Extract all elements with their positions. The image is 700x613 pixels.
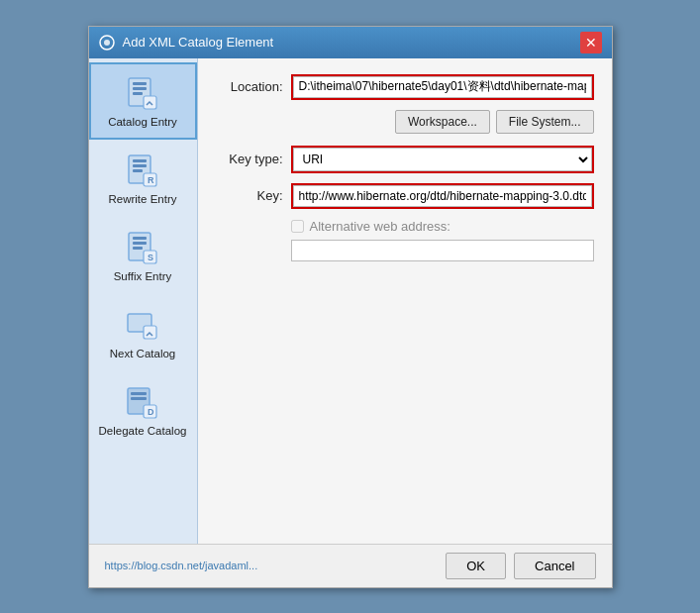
location-input-wrapper	[291, 74, 594, 100]
svg-text:S: S	[148, 253, 153, 262]
sidebar-item-rewrite-entry[interactable]: R Rewrite Entry	[89, 140, 197, 217]
suffix-entry-icon: S	[124, 229, 161, 266]
sidebar-item-rewrite-entry-label: Rewrite Entry	[108, 193, 176, 205]
key-label: Key:	[216, 188, 283, 203]
dialog-window: Add XML Catalog Element ✕ Catalog Entry	[88, 26, 613, 588]
catalog-entry-icon	[124, 74, 161, 112]
svg-text:R: R	[148, 175, 154, 185]
svg-rect-10	[133, 169, 143, 172]
alt-input[interactable]	[291, 240, 594, 261]
key-row: Key:	[216, 183, 594, 209]
title-bar: Add XML Catalog Element ✕	[89, 27, 612, 58]
svg-rect-22	[131, 392, 147, 395]
next-catalog-icon	[124, 306, 161, 344]
svg-rect-15	[133, 242, 147, 245]
sidebar-item-next-catalog[interactable]: Next Catalog	[89, 294, 197, 371]
keytype-row: Key type: URI Public ID System ID	[216, 146, 594, 173]
ok-button[interactable]: OK	[446, 553, 506, 579]
title-bar-left: Add XML Catalog Element	[99, 35, 274, 51]
sidebar-item-catalog-entry-label: Catalog Entry	[108, 116, 177, 128]
svg-rect-16	[133, 247, 143, 250]
alt-checkbox-row: Alternative web address:	[291, 219, 594, 234]
sidebar-item-next-catalog-label: Next Catalog	[110, 348, 175, 359]
rewrite-entry-icon: R	[124, 152, 161, 189]
close-button[interactable]: ✕	[580, 32, 602, 53]
sidebar-item-delegate-catalog[interactable]: D Delegate Catalog	[89, 371, 197, 449]
dialog-title: Add XML Catalog Element	[123, 35, 274, 50]
cancel-button[interactable]: Cancel	[514, 553, 595, 579]
keytype-label: Key type:	[216, 152, 283, 166]
sidebar-item-delegate-catalog-label: Delegate Catalog	[99, 425, 187, 437]
alt-checkbox[interactable]	[291, 220, 304, 233]
location-label: Location:	[216, 79, 283, 94]
svg-rect-14	[133, 237, 147, 240]
key-input[interactable]	[293, 185, 592, 207]
keytype-select[interactable]: URI Public ID System ID	[293, 148, 592, 171]
dialog-body: Catalog Entry R Rewrite Entry	[89, 58, 612, 544]
filesystem-button[interactable]: File System...	[496, 110, 594, 134]
bottom-bar: https://blog.csdn.net/javadaml... OK Can…	[89, 544, 612, 587]
location-row: Location:	[216, 74, 594, 100]
sidebar-item-catalog-entry[interactable]: Catalog Entry	[89, 62, 197, 140]
sidebar: Catalog Entry R Rewrite Entry	[89, 58, 198, 544]
svg-rect-4	[133, 87, 147, 90]
svg-text:D: D	[148, 407, 154, 417]
svg-rect-3	[133, 82, 147, 85]
svg-rect-8	[133, 159, 147, 162]
key-input-wrapper	[291, 183, 594, 209]
main-content: Location: Workspace... File System... Ke…	[198, 58, 612, 544]
alt-label: Alternative web address:	[310, 219, 450, 234]
workspace-button[interactable]: Workspace...	[395, 110, 490, 134]
sidebar-item-suffix-entry-label: Suffix Entry	[114, 270, 172, 282]
app-icon	[99, 35, 115, 51]
svg-point-1	[104, 40, 110, 46]
footer-link: https://blog.csdn.net/javadaml...	[105, 560, 258, 571]
keytype-select-wrapper: URI Public ID System ID	[291, 146, 594, 173]
sidebar-item-suffix-entry[interactable]: S Suffix Entry	[89, 217, 197, 294]
svg-rect-5	[133, 92, 143, 95]
location-buttons: Workspace... File System...	[216, 110, 594, 134]
svg-rect-23	[131, 397, 147, 400]
delegate-catalog-icon: D	[124, 383, 161, 421]
svg-rect-9	[133, 164, 147, 167]
action-buttons: OK Cancel	[446, 553, 595, 579]
location-input[interactable]	[293, 76, 592, 98]
